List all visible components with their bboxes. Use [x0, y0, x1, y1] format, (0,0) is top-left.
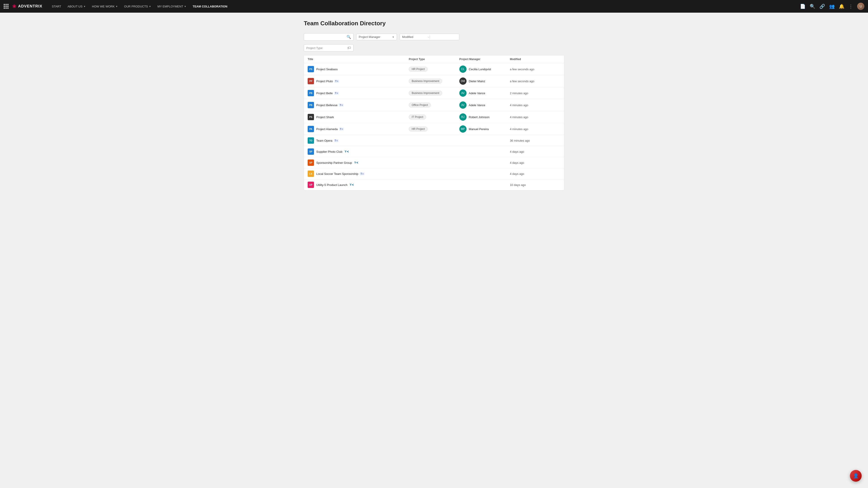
people-icon[interactable]: 👥	[829, 4, 835, 9]
search-filter[interactable]: 🔍	[304, 33, 353, 41]
teams-sub-icon: B	[342, 128, 343, 130]
modified-cell: 4 minutes ago	[510, 103, 560, 107]
search-input[interactable]	[306, 35, 346, 39]
project-type-cell: Office Project	[409, 103, 459, 107]
teams-sub-icon: B	[362, 173, 364, 175]
grid-icon	[4, 4, 8, 9]
project-type-badge: Business Improvement	[409, 78, 442, 84]
date-separator: -	[427, 35, 430, 39]
project-icon: PS	[308, 114, 314, 120]
project-title-cell: TOTeam OperaTB	[308, 137, 409, 144]
project-type-cell: HR Project	[409, 127, 459, 131]
fab-icon: 👤	[853, 473, 859, 479]
yammer-icon: Y≺	[345, 150, 349, 153]
project-icon: PA	[308, 126, 314, 132]
nav-item-my-employment[interactable]: MY EMPLOYMENT▼	[154, 0, 189, 13]
table-row[interactable]: PBProject BelleTBBusiness ImprovementAVA…	[304, 87, 564, 99]
yammer-icon: Y≺	[354, 161, 358, 164]
manager-cell: AVAdele Vance	[459, 90, 510, 97]
modified-cell: 4 days ago	[510, 172, 560, 175]
teams-t-icon: T	[361, 173, 362, 175]
project-type-label: Project Type	[306, 46, 346, 50]
modified-date-filter[interactable]: Modified -	[400, 34, 459, 40]
project-title-cell: PBProject BellevueTB	[308, 102, 409, 108]
project-name: Project BellevueTB	[316, 103, 344, 107]
table-row[interactable]: PSProject SharkIT ProjectRJRobert Johnso…	[304, 111, 564, 123]
manager-cell: MPManuel Pereira	[459, 125, 510, 133]
link-icon[interactable]: 🔗	[819, 4, 825, 9]
table-header: TitleProject TypeProject ManagerModified	[304, 55, 564, 63]
filter-bar-2: Project Type 🏷	[304, 44, 564, 52]
modified-cell: 2 minutes ago	[510, 92, 560, 95]
modified-cell: 4 minutes ago	[510, 116, 560, 119]
project-type-cell: IT Project	[409, 115, 459, 120]
date-end-input[interactable]	[430, 36, 459, 38]
table-row[interactable]: SPSupplier Photo ClubY≺4 days ago	[304, 146, 564, 157]
table-row[interactable]: PBProject BellevueTBOffice ProjectAVAdel…	[304, 99, 564, 111]
manager-cell: CLCecilia Lundqvist	[459, 66, 510, 73]
project-title-cell: LSLocal Soccer Team SponsorshipTB	[308, 170, 409, 177]
project-icon: TO	[308, 137, 314, 144]
search-icon[interactable]: 🔍	[810, 4, 815, 9]
app-grid-button[interactable]	[4, 4, 8, 9]
project-icon: SP	[308, 149, 314, 155]
table-body: PSProject SeabassHR ProjectCLCecilia Lun…	[304, 63, 564, 190]
modified-cell: a few seconds ago	[510, 68, 560, 71]
search-icon: 🔍	[346, 35, 351, 39]
table-row[interactable]: TOTeam OperaTB36 minutes ago	[304, 135, 564, 146]
column-header-project-type: Project Type	[409, 58, 459, 61]
nav-item-team-collaboration[interactable]: TEAM COLLABORATION	[189, 0, 230, 13]
column-header-modified: Modified	[510, 58, 560, 61]
table-row[interactable]: PSProject SeabassHR ProjectCLCecilia Lun…	[304, 63, 564, 75]
manager-name: Manuel Pereira	[469, 127, 489, 131]
chevron-down-icon: ▼	[116, 5, 118, 8]
project-title-cell: PSProject Shark	[308, 114, 409, 120]
fab-button[interactable]: 👤	[850, 470, 862, 482]
user-avatar-image: U	[857, 3, 864, 10]
logo[interactable]: ❀ ADVENTRIX	[12, 3, 42, 9]
nav-item-start[interactable]: START	[49, 0, 64, 13]
project-name-text: Utility-5 Product Launch	[316, 183, 347, 187]
table-row[interactable]: SPSponsorship Partner GroupY≺4 days ago	[304, 157, 564, 168]
table-row[interactable]: UPUtility-5 Product LaunchY≺10 days ago	[304, 180, 564, 190]
chevron-down-icon: ▼	[149, 5, 151, 8]
teams-t-icon: T	[335, 92, 336, 94]
tag-icon: 🏷	[347, 46, 351, 50]
nav-item-label: MY EMPLOYMENT	[157, 5, 183, 8]
chevron-down-icon: ▼	[84, 5, 86, 8]
yammer-badge: Y≺	[349, 183, 355, 187]
project-type-filter[interactable]: Project Type 🏷	[304, 44, 353, 52]
project-icon: SP	[308, 160, 314, 166]
teams-sub-icon: B	[342, 104, 343, 106]
teams-badge: TB	[339, 104, 344, 107]
nav-item-about-us[interactable]: ABOUT US▼	[64, 0, 89, 13]
document-icon[interactable]: 📄	[800, 4, 806, 9]
nav-item-our-products[interactable]: OUR PRODUCTS▼	[121, 0, 154, 13]
project-type-cell: Business Improvement	[409, 91, 459, 96]
project-name-text: Project Pluto	[316, 79, 333, 83]
teams-badge: TB	[334, 92, 339, 95]
project-manager-filter[interactable]: Project Manager ▼	[356, 34, 397, 40]
teams-t-icon: T	[340, 104, 341, 106]
nav-item-how-we-work[interactable]: HOW WE WORK▼	[89, 0, 121, 13]
teams-badge: TB	[334, 80, 339, 83]
table-row[interactable]: PPProject PlutoTBBusiness ImprovementDMD…	[304, 75, 564, 87]
manager-name: Adele Vance	[469, 103, 485, 107]
modified-cell: a few seconds ago	[510, 79, 560, 83]
project-type-badge: HR Project	[409, 127, 428, 131]
teams-t-icon: T	[340, 128, 341, 130]
project-name: Sponsorship Partner GroupY≺	[316, 161, 359, 164]
page-title: Team Collaboration Directory	[304, 20, 564, 27]
project-manager-label: Project Manager	[359, 35, 391, 39]
column-header-project-manager: Project Manager	[459, 58, 510, 61]
table-row[interactable]: PAProject AlamedaTBHR ProjectMPManuel Pe…	[304, 123, 564, 135]
manager-avatar: DM	[459, 77, 467, 85]
page-content: Team Collaboration Directory 🔍 Project M…	[298, 13, 569, 198]
bell-icon[interactable]: 🔔	[839, 4, 844, 9]
table-row[interactable]: LSLocal Soccer Team SponsorshipTB4 days …	[304, 168, 564, 180]
more-icon[interactable]: ⋮	[848, 4, 853, 9]
teams-t-icon: T	[335, 139, 336, 142]
navbar-actions: 📄 🔍 🔗 👥 🔔 ⋮ U	[800, 3, 864, 10]
project-name-text: Project Seabass	[316, 68, 338, 71]
user-avatar[interactable]: U	[857, 3, 864, 10]
